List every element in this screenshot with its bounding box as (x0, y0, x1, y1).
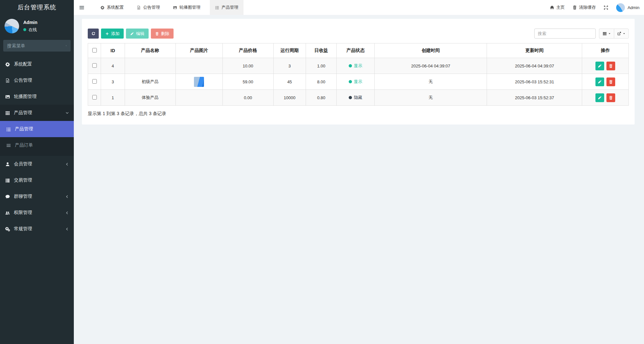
sidebar-item-permissions[interactable]: 权限管理 (0, 205, 74, 221)
sidebar-item-members[interactable]: 会员管理 (0, 156, 74, 172)
tab-announcement[interactable]: 公告管理 (133, 0, 164, 15)
clear-cache-link[interactable]: 清除缓存 (572, 5, 596, 10)
chevron-left-icon (65, 227, 69, 231)
home-icon (550, 5, 554, 10)
sidebar-menu: 系统配置 公告管理 轮播图管理 产品管理 产品管理 产品订单 (0, 56, 74, 344)
content-area: 添加 编辑 删除 (74, 15, 644, 344)
sidebar-item-announcement[interactable]: 公告管理 (0, 72, 74, 89)
row-checkbox[interactable] (92, 63, 97, 68)
refresh-icon (91, 31, 96, 36)
edit-button[interactable]: 编辑 (126, 29, 149, 39)
cell-price: 10.00 (222, 58, 273, 74)
chevron-left-icon (65, 162, 69, 166)
cell-image (175, 58, 222, 74)
product-table-card: 添加 编辑 删除 (82, 19, 635, 125)
bars-icon (6, 143, 11, 148)
delete-button[interactable]: 删除 (151, 29, 174, 39)
list-icon (215, 6, 219, 10)
sidebar-item-group-chat[interactable]: 群聊管理 (0, 188, 74, 205)
cell-name: 体验产品 (125, 90, 175, 106)
hamburger-menu-icon[interactable] (74, 5, 89, 10)
cell-operations (582, 74, 629, 90)
delete-row-button[interactable] (606, 77, 615, 86)
sidebar-item-carousel[interactable]: 轮播图管理 (0, 89, 74, 105)
file-icon (137, 6, 141, 10)
tab-system-config[interactable]: 系统配置 (97, 0, 127, 15)
cell-name (125, 58, 175, 74)
sidebar-item-transactions[interactable]: 交易管理 (0, 172, 74, 188)
cell-price: 0.00 (222, 90, 273, 106)
sidebar-subitem-product-management[interactable]: 产品管理 (0, 121, 74, 137)
fullscreen-icon[interactable] (604, 5, 608, 10)
columns-dropdown-button[interactable] (599, 29, 614, 39)
select-all-checkbox[interactable] (92, 48, 97, 53)
sidebar-menu-search (3, 40, 71, 52)
export-dropdown-button[interactable] (614, 29, 629, 39)
search-icon (66, 43, 67, 48)
app-title: 后台管理系统 (0, 0, 74, 15)
edit-row-button[interactable] (595, 93, 604, 102)
home-link[interactable]: 主页 (550, 5, 565, 10)
sidebar-item-product-management[interactable]: 产品管理 (0, 105, 74, 121)
column-header-price: 产品价格 (222, 43, 273, 58)
refresh-button[interactable] (88, 29, 99, 39)
tab-product-management[interactable]: 产品管理 (210, 0, 243, 15)
column-header-operations: 操作 (582, 43, 629, 58)
avatar (5, 19, 19, 33)
product-table: ID 产品名称 产品图片 产品价格 运行周期 日收益 产品状态 创建时间 更新时… (88, 43, 629, 106)
cogs-icon (5, 227, 10, 231)
sidebar-item-system-config[interactable]: 系统配置 (0, 56, 74, 72)
edit-row-button[interactable] (595, 77, 604, 86)
sidebar-subitem-product-orders[interactable]: 产品订单 (0, 137, 74, 153)
trash-icon (609, 64, 613, 68)
cell-name: 初级产品 (125, 74, 175, 90)
delete-row-button[interactable] (606, 93, 615, 102)
add-button[interactable]: 添加 (101, 29, 124, 39)
delete-row-button[interactable] (606, 62, 615, 70)
sidebar-item-general[interactable]: 常规管理 (0, 221, 74, 237)
cell-created: 2025-06-04 04:39:07 (375, 58, 487, 74)
pencil-icon (598, 64, 602, 68)
tab-carousel[interactable]: 轮播图管理 (169, 0, 204, 15)
plus-icon (105, 32, 109, 36)
column-header-name: 产品名称 (125, 43, 175, 58)
topbar-user-menu[interactable]: Admin (616, 3, 639, 12)
table-row: 4 10.00 3 1.00 显示 2025-06-04 04:39:07 20… (88, 58, 629, 74)
menu-search-input[interactable] (7, 43, 66, 48)
grid-icon (5, 111, 10, 115)
record-summary: 显示第 1 到第 3 条记录，总共 3 条记录 (88, 111, 629, 117)
row-checkbox[interactable] (92, 95, 97, 100)
pencil-icon (130, 32, 134, 36)
cell-period: 10000 (273, 90, 306, 106)
search-input[interactable] (534, 29, 596, 39)
header-checkbox-cell (88, 43, 101, 58)
cell-id: 4 (101, 58, 125, 74)
cell-period: 45 (273, 74, 306, 90)
cell-created: 无 (375, 90, 487, 106)
status-dot-icon (349, 64, 352, 67)
row-checkbox[interactable] (92, 79, 97, 84)
topbar: 系统配置 公告管理 轮播图管理 产品管理 主页 清除缓存 (74, 0, 644, 15)
table-row: 1 体验产品 0.00 10000 0.80 隐藏 无 2025-06-03 1… (88, 90, 629, 106)
edit-row-button[interactable] (595, 62, 604, 70)
table-header-row: ID 产品名称 产品图片 产品价格 运行周期 日收益 产品状态 创建时间 更新时… (88, 43, 629, 58)
columns-icon (603, 31, 607, 36)
export-icon (617, 31, 621, 36)
cell-image (175, 74, 222, 90)
image-icon (5, 94, 10, 99)
cell-daily-income: 1.00 (306, 58, 336, 74)
comment-icon (5, 194, 10, 199)
trash-icon (155, 32, 159, 36)
chevron-left-icon (65, 211, 69, 215)
trash-icon (609, 96, 613, 100)
file-icon (5, 78, 10, 83)
users-icon (5, 210, 10, 215)
status-badge: 隐藏 (349, 95, 362, 101)
cell-created: 无 (375, 74, 487, 90)
cell-image (175, 90, 222, 106)
user-status: 在线 (28, 27, 37, 33)
product-image[interactable] (194, 77, 204, 87)
column-header-updated: 更新时间 (487, 43, 582, 58)
column-header-period: 运行周期 (273, 43, 306, 58)
sidebar: 后台管理系统 Admin 在线 系统配置 公告管理 轮播图管理 (0, 0, 74, 344)
